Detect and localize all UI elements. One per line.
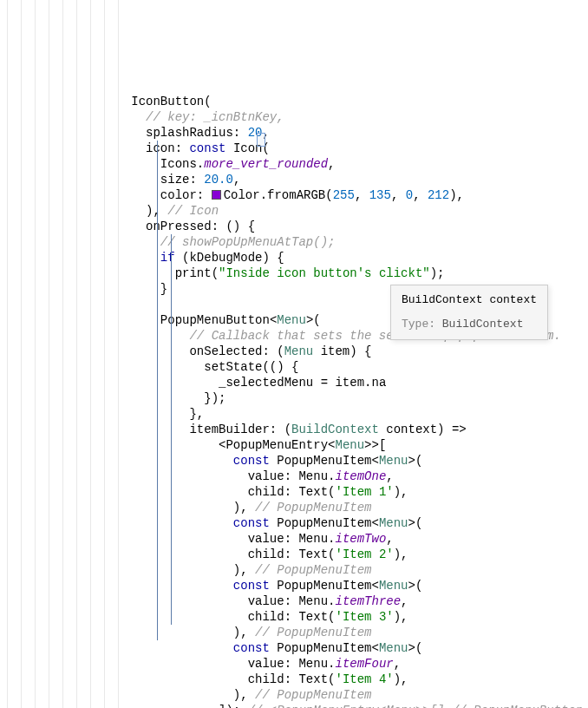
code-line[interactable]: child: Text('Item 2'),	[0, 547, 588, 562]
code-line[interactable]: ), // PopupMenuItem	[0, 625, 588, 640]
tooltip-type-row: Type: BuildContext	[402, 317, 537, 332]
code-line[interactable]: // key: _icnBtnKey,	[0, 109, 588, 125]
code-line[interactable]: itemBuilder: (BuildContext context) =>	[0, 422, 588, 437]
code-line[interactable]: ]); // <PopupMenuEntry<Menu>>[] // Popup…	[0, 703, 588, 708]
code-line[interactable]: _selectedMenu = item.na	[0, 375, 588, 390]
code-line[interactable]: if (kDebugMode) {	[0, 250, 588, 266]
code-line[interactable]: ), // PopupMenuItem	[0, 500, 588, 515]
code-editor-content[interactable]: IconButton( // key: _icnBtnKey, splashRa…	[0, 94, 588, 708]
code-line[interactable]: onSelected: (Menu item) {	[0, 344, 588, 359]
tooltip-type-label: Type:	[402, 318, 442, 331]
code-line[interactable]: // showPopUpMenuAtTap();	[0, 234, 588, 250]
tooltip-title: BuildContext context	[402, 292, 537, 308]
code-line[interactable]: const PopupMenuItem<Menu>(	[0, 453, 588, 469]
color-swatch	[212, 190, 221, 200]
code-line[interactable]: value: Menu.itemFour,	[0, 656, 588, 672]
code-line[interactable]: size: 20.0,	[0, 172, 588, 187]
code-line[interactable]: child: Text('Item 1'),	[0, 484, 588, 500]
code-line[interactable]: value: Menu.itemTwo,	[0, 531, 588, 547]
code-line[interactable]: print("Inside icon button's clickt");	[0, 266, 588, 281]
code-line[interactable]: setState(() {	[0, 359, 588, 375]
code-line[interactable]: value: Menu.itemOne,	[0, 469, 588, 484]
tooltip-type-value: BuildContext	[442, 318, 524, 331]
code-line[interactable]: const PopupMenuItem<Menu>(	[0, 515, 588, 531]
code-line[interactable]: splashRadius: 20,	[0, 125, 588, 141]
code-line[interactable]: const PopupMenuItem<Menu>(	[0, 640, 588, 656]
code-line[interactable]: icon: const Icon(	[0, 141, 588, 156]
code-line[interactable]: ), // PopupMenuItem	[0, 687, 588, 703]
code-line[interactable]: ), // PopupMenuItem	[0, 562, 588, 578]
code-line[interactable]: });	[0, 390, 588, 406]
code-line[interactable]: color: Color.fromARGB(255, 135, 0, 212),	[0, 187, 588, 203]
code-line[interactable]: child: Text('Item 3'),	[0, 609, 588, 625]
code-line[interactable]: ), // Icon	[0, 203, 588, 219]
code-line[interactable]: child: Text('Item 4'),	[0, 672, 588, 687]
hover-tooltip: BuildContext context Type: BuildContext	[390, 285, 548, 340]
code-line[interactable]: value: Menu.itemThree,	[0, 593, 588, 609]
code-line[interactable]: <PopupMenuEntry<Menu>>[	[0, 437, 588, 453]
code-line[interactable]: IconButton(	[0, 94, 588, 109]
code-line[interactable]: const PopupMenuItem<Menu>(	[0, 578, 588, 593]
code-line[interactable]: },	[0, 406, 588, 422]
code-line[interactable]: Icons.more_vert_rounded,	[0, 156, 588, 172]
code-line[interactable]: onPressed: () {	[0, 219, 588, 234]
